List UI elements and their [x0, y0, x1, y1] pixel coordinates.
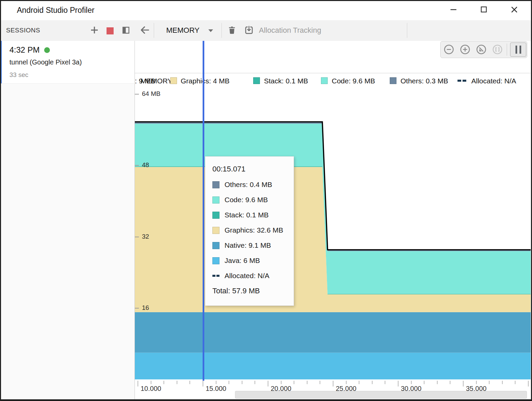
- x-tick: [450, 381, 450, 384]
- x-tick: [502, 381, 503, 384]
- toolbar-separator: [407, 23, 407, 38]
- back-button[interactable]: [139, 25, 151, 37]
- add-session-button[interactable]: [88, 25, 100, 37]
- zoom-to-selection-button[interactable]: [492, 44, 503, 56]
- x-tick-label: 15.000: [206, 385, 226, 393]
- x-tick: [229, 381, 229, 384]
- reset-zoom-button[interactable]: [475, 44, 487, 56]
- x-tick: [307, 381, 307, 384]
- export-tray-icon: [244, 25, 254, 36]
- tooltip-row-code: Code: 9.6 MB: [212, 195, 294, 204]
- legend-item-graphics: Graphics: 4 MB: [181, 73, 230, 88]
- y-tick-label: 64 MB: [142, 90, 160, 98]
- allocated-dash-icon: [212, 275, 219, 277]
- chart-title-memory: MEMORY: [141, 73, 172, 88]
- reset-zoom-icon: [476, 44, 487, 56]
- x-tick: [515, 381, 515, 384]
- x-tick: [463, 381, 464, 386]
- toolbar-separator: [507, 44, 507, 56]
- x-tick: [411, 381, 412, 384]
- close-icon: [510, 5, 519, 16]
- zoom-controls: [440, 41, 527, 58]
- legend-swatch-graphics: [170, 77, 177, 84]
- pause-icon: [520, 46, 521, 54]
- legend-swatch-stack: [253, 77, 260, 84]
- tooltip-timestamp: 00:15.071: [212, 165, 294, 173]
- minimize-icon: [449, 5, 458, 15]
- x-tick: [489, 381, 490, 384]
- collapse-panel-icon: [122, 26, 130, 36]
- sessions-header: SESSIONS: [6, 20, 40, 41]
- circle-plus-icon: [460, 44, 471, 56]
- x-tick: [333, 381, 333, 386]
- x-tick: [242, 381, 242, 384]
- sessions-panel: 4:32 PM tunnel (Google Pixel 3a) 33 sec: [0, 41, 135, 399]
- window-title: Android Studio Profiler: [17, 0, 94, 20]
- legend-dash-allocated: [457, 80, 461, 82]
- trash-icon: [228, 26, 236, 36]
- y-tick: [135, 308, 139, 309]
- memory-chart-panel[interactable]: : 9 MB MEMORY Graphics: 4 MB Stack: 0.1 …: [135, 41, 531, 399]
- tooltip-total: Total: 57.9 MB: [212, 287, 294, 295]
- x-tick: [203, 381, 203, 386]
- view-selector-label: MEMORY: [166, 20, 200, 41]
- toolbar-separator: [221, 23, 222, 38]
- export-button[interactable]: [243, 25, 255, 37]
- swatch-graphics: [212, 227, 219, 234]
- swatch-native: [212, 242, 219, 249]
- y-tick-label: 48: [142, 161, 149, 169]
- x-tick: [372, 381, 373, 384]
- legend-dash-allocated: [463, 80, 466, 82]
- chevron-down-icon: [208, 29, 213, 32]
- zoom-out-button[interactable]: [443, 44, 454, 56]
- maximize-button[interactable]: [475, 2, 492, 18]
- toolbar: SESSIONS MEMORY Allocation Tracking Samp…: [0, 20, 532, 41]
- x-tick-label: 10.000: [141, 385, 161, 393]
- horizontal-scrollbar-thumb[interactable]: [235, 391, 527, 399]
- x-tick: [320, 381, 320, 384]
- tooltip-row-others: Others: 0.4 MB: [212, 180, 294, 189]
- delete-button[interactable]: [226, 25, 238, 37]
- legend-swatch-others: [390, 77, 396, 84]
- x-tick: [476, 381, 477, 384]
- pause-icon: [515, 46, 517, 54]
- swatch-stack: [212, 212, 219, 219]
- close-button[interactable]: [506, 2, 523, 18]
- x-tick: [281, 381, 282, 384]
- x-tick: [164, 381, 164, 384]
- minimize-button[interactable]: [445, 2, 462, 18]
- legend-item-others: Others: 0.3 MB: [401, 73, 448, 88]
- toolbar-separator: [154, 23, 154, 38]
- tooltip-row-graphics: Graphics: 32.6 MB: [212, 226, 294, 235]
- legend-swatch-code: [321, 77, 328, 84]
- x-tick: [189, 381, 190, 384]
- session-duration: 33 sec: [9, 71, 28, 79]
- swatch-others: [212, 181, 219, 188]
- session-live-dot-icon: [44, 47, 50, 53]
- titlebar: Android Studio Profiler: [0, 0, 532, 21]
- x-tick: [385, 381, 385, 384]
- stop-session-button[interactable]: [104, 25, 116, 37]
- zoom-in-button[interactable]: [459, 44, 471, 56]
- tooltip-row-allocated: Allocated: N/A: [212, 271, 294, 280]
- x-tick: [138, 381, 138, 386]
- session-item[interactable]: 4:32 PM tunnel (Google Pixel 3a) 33 sec: [0, 41, 135, 84]
- x-tick: [216, 381, 216, 384]
- zoom-to-selection-icon: [492, 44, 503, 56]
- x-tick: [398, 381, 398, 386]
- x-tick: [294, 381, 294, 384]
- swatch-code: [212, 196, 219, 204]
- session-time: 4:32 PM: [9, 45, 39, 55]
- collapse-sessions-button[interactable]: [120, 25, 132, 37]
- x-tick: [268, 381, 268, 386]
- y-tick-label: 32: [142, 233, 149, 240]
- legend-item-stack: Stack: 0.1 MB: [264, 73, 308, 88]
- x-tick: [346, 381, 347, 384]
- y-tick: [135, 237, 139, 237]
- pause-button[interactable]: [510, 43, 526, 57]
- x-tick: [255, 381, 255, 384]
- x-tick: [359, 381, 359, 384]
- legend-item-code: Code: 9.6 MB: [332, 73, 375, 88]
- legend-item-allocated: Allocated: N/A: [471, 73, 516, 88]
- session-selected-accent: [0, 41, 2, 83]
